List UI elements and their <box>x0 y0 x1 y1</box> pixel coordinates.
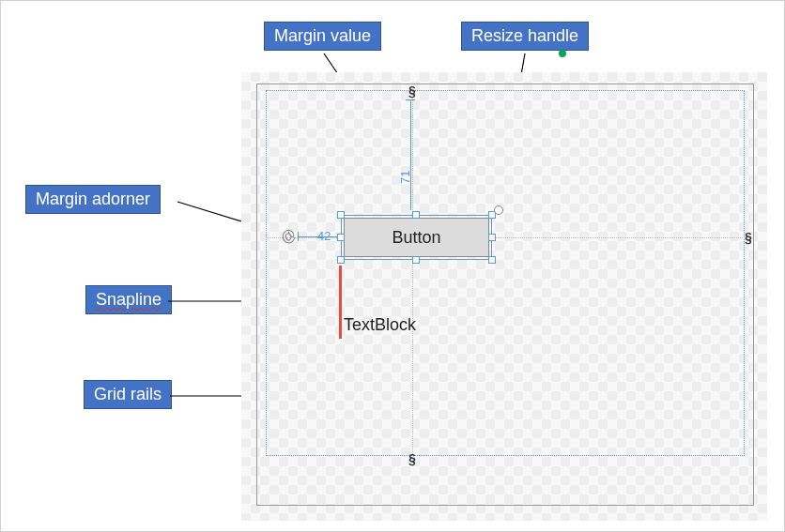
margin-cap-top <box>406 99 415 100</box>
resize-handle-nw[interactable] <box>337 211 345 219</box>
resize-handle-se[interactable] <box>488 256 496 264</box>
selection-outline <box>341 215 492 260</box>
snapline <box>339 266 342 339</box>
grid-gripper-bottom[interactable]: § <box>408 451 416 466</box>
label-snapline: Snapline <box>85 285 172 314</box>
resize-handle-n[interactable] <box>412 211 420 219</box>
grid-gripper-top[interactable]: § <box>408 84 416 99</box>
margin-value-top[interactable]: 71 <box>398 171 412 184</box>
label-margin-value: Margin value <box>264 22 381 51</box>
resize-handle-s[interactable] <box>412 256 420 264</box>
label-resize-handle: Resize handle <box>461 22 589 51</box>
margin-value-left[interactable]: 42 <box>317 229 331 243</box>
label-margin-adorner: Margin adorner <box>25 185 161 214</box>
resize-handle-indicator-icon <box>559 50 566 57</box>
resize-handle-e[interactable] <box>488 234 496 241</box>
margin-line-top[interactable] <box>410 99 411 210</box>
resize-handle-round[interactable] <box>494 205 503 215</box>
label-grid-rails: Grid rails <box>84 380 172 409</box>
grid-gripper-right[interactable]: § <box>741 234 756 241</box>
resize-handle-w[interactable] <box>337 234 345 241</box>
textblock-control[interactable]: TextBlock <box>344 315 416 335</box>
grid-rails <box>266 90 745 456</box>
resize-handle-sw[interactable] <box>337 256 345 264</box>
grid-column-divider <box>412 90 413 456</box>
